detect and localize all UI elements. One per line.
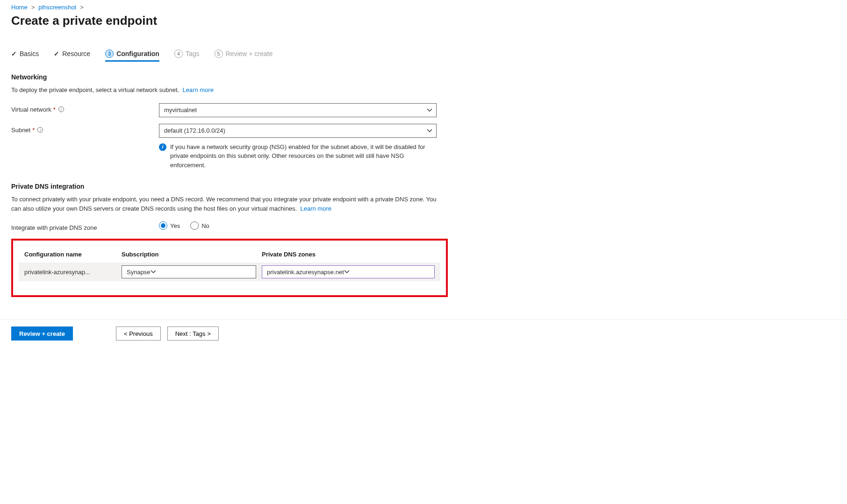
integrate-radio-group: Yes No (159, 221, 437, 230)
radio-no[interactable]: No (190, 221, 209, 230)
tab-label: Resource (62, 50, 90, 57)
dns-heading: Private DNS integration (11, 183, 836, 190)
integrate-label: Integrate with private DNS zone (11, 221, 159, 231)
table-row: privatelink-azuresynap... Synapse privat… (19, 263, 440, 281)
info-icon[interactable]: i (58, 106, 64, 112)
nsg-info-banner: i If you have a network security group (… (159, 142, 437, 170)
col-private-dns-zones: Private DNS zones (262, 251, 435, 258)
chevron-right-icon: > (80, 4, 84, 11)
chevron-down-icon (427, 107, 432, 113)
vnet-select[interactable]: myvirtualnet (159, 103, 437, 117)
tab-label: Basics (20, 50, 39, 57)
chevron-down-icon (344, 269, 350, 275)
info-icon[interactable]: i (37, 127, 43, 133)
tab-resource[interactable]: ✓ Resource (54, 47, 90, 61)
networking-description: To deploy the private endpoint, select a… (11, 85, 441, 95)
tab-review[interactable]: 5 Review + create (215, 47, 273, 62)
col-configuration-name: Configuration name (24, 251, 122, 258)
subscription-select[interactable]: Synapse (122, 265, 256, 278)
step-number-icon: 3 (105, 50, 114, 58)
wizard-footer: Review + create < Previous Next : Tags > (0, 319, 847, 347)
learn-more-link[interactable]: Learn more (301, 205, 331, 212)
chevron-down-icon (151, 269, 156, 275)
dns-zones-table: Configuration name Subscription Private … (19, 251, 440, 281)
page-title: Create a private endpoint (11, 14, 836, 28)
check-icon: ✓ (54, 50, 59, 57)
radio-label: Yes (170, 222, 180, 229)
breadcrumb: Home > plhscreenshot > (11, 4, 836, 11)
subnet-label: Subnet * i (11, 124, 159, 134)
learn-more-link[interactable]: Learn more (182, 86, 213, 93)
previous-button[interactable]: < Previous (116, 327, 161, 341)
configuration-name-cell: privatelink-azuresynap... (24, 269, 122, 276)
review-create-button[interactable]: Review + create (11, 327, 73, 341)
tab-label: Tags (186, 50, 200, 57)
private-dns-zone-select[interactable]: privatelink.azuresynapse.net (262, 265, 435, 278)
vnet-label: Virtual network * i (11, 103, 159, 113)
step-number-icon: 4 (174, 50, 183, 58)
subnet-select[interactable]: default (172.16.0.0/24) (159, 124, 437, 138)
breadcrumb-home[interactable]: Home (11, 4, 28, 11)
wizard-tabs: ✓ Basics ✓ Resource 3 Configuration 4 Ta… (11, 47, 836, 62)
tab-basics[interactable]: ✓ Basics (11, 47, 39, 61)
tab-label: Review + create (226, 50, 273, 57)
info-icon: i (159, 143, 166, 151)
networking-heading: Networking (11, 73, 836, 81)
next-button[interactable]: Next : Tags > (167, 327, 219, 341)
table-header: Configuration name Subscription Private … (19, 251, 440, 263)
chevron-right-icon: > (31, 4, 35, 11)
radio-label: No (201, 222, 209, 229)
dns-zone-highlight-box: Configuration name Subscription Private … (11, 239, 448, 297)
chevron-down-icon (427, 128, 432, 134)
tab-label: Configuration (116, 50, 159, 57)
radio-yes[interactable]: Yes (159, 221, 180, 230)
required-asterisk: * (32, 127, 35, 134)
required-asterisk: * (53, 106, 56, 113)
select-value: privatelink.azuresynapse.net (267, 269, 344, 276)
select-value: myvirtualnet (164, 106, 197, 114)
dns-description: To connect privately with your private e… (11, 195, 441, 213)
step-number-icon: 5 (215, 50, 223, 58)
tab-configuration[interactable]: 3 Configuration (105, 47, 159, 62)
select-value: default (172.16.0.0/24) (164, 127, 225, 134)
breadcrumb-resource[interactable]: plhscreenshot (38, 4, 76, 11)
tab-tags[interactable]: 4 Tags (174, 47, 200, 62)
col-subscription: Subscription (122, 251, 262, 258)
check-icon: ✓ (11, 50, 17, 57)
select-value: Synapse (127, 269, 151, 276)
